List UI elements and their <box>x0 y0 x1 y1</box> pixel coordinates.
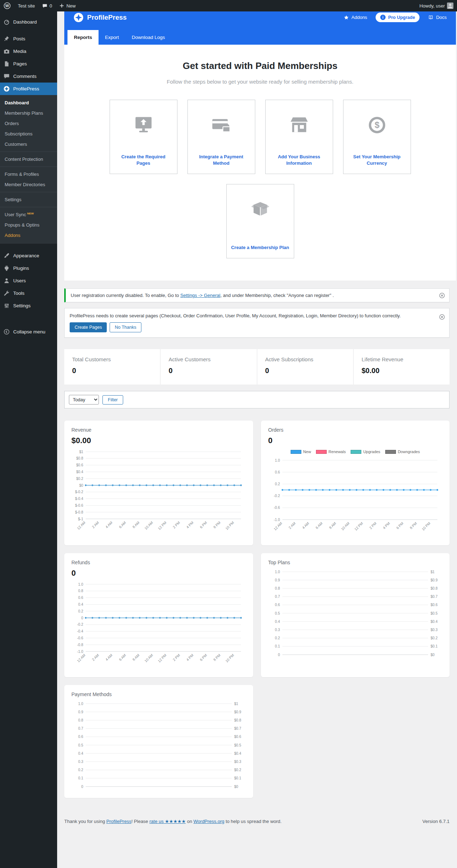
addons-link[interactable]: Addons <box>344 15 367 20</box>
svg-text:0.6: 0.6 <box>78 596 83 600</box>
onboarding-card-add-your-business-information[interactable]: Add Your Business Information <box>265 100 333 174</box>
sidebar-item-comments[interactable]: Comments <box>0 70 57 83</box>
submenu-item-forms-profiles[interactable]: Forms & Profiles <box>0 169 57 179</box>
sidebar-item-label: ProfilePress <box>13 86 39 91</box>
new-label: New <box>66 3 76 9</box>
legend-label: Upgrades <box>363 450 380 454</box>
wordpress-org-link[interactable]: WordPress.org <box>194 819 224 824</box>
filter-button[interactable]: Filter <box>102 395 123 405</box>
legend-item-new[interactable]: New <box>291 450 311 454</box>
filter-bar: Today Filter <box>64 391 450 408</box>
svg-text:0.5: 0.5 <box>78 743 83 747</box>
my-account-menu[interactable]: Howdy, user <box>416 0 457 11</box>
new-content-menu[interactable]: New <box>56 0 79 11</box>
date-range-select[interactable]: Today <box>69 395 99 405</box>
sidebar-item-collapse-menu[interactable]: Collapse menu <box>0 326 57 338</box>
stat-value: 0 <box>169 367 248 375</box>
svg-text:0.2: 0.2 <box>78 609 83 613</box>
svg-text:0.7: 0.7 <box>78 726 83 730</box>
tab-reports[interactable]: Reports <box>67 30 99 45</box>
brand-name: ProfilePress <box>87 14 127 21</box>
pro-upgrade-label: Pro Upgrade <box>388 15 415 20</box>
sidebar-item-tools[interactable]: Tools <box>0 287 57 299</box>
sidebar-item-settings[interactable]: Settings <box>0 299 57 312</box>
svg-text:4 AM: 4 AM <box>105 653 113 662</box>
svg-text:4 PM: 4 PM <box>382 521 391 530</box>
submenu-item-subscriptions[interactable]: Subscriptions <box>0 129 57 139</box>
svg-text:2 PM: 2 PM <box>172 653 181 662</box>
legend-item-upgrades[interactable]: Upgrades <box>351 450 380 454</box>
chart-legend: NewRenewalsUpgradesDowngrades <box>268 450 442 454</box>
legend-item-renewals[interactable]: Renewals <box>316 450 346 454</box>
svg-text:12 AM: 12 AM <box>273 521 283 531</box>
onboarding-card-integrate-a-payment-method[interactable]: Integrate a Payment Method <box>187 100 255 174</box>
plugin-icon <box>3 265 10 272</box>
create-pages-button[interactable]: Create Pages <box>70 322 107 332</box>
chart-canvas-revenue: $1$0.8$0.6$0.4$0.2$0$-0.2$-0.4$-0.6$-0.8… <box>71 449 246 539</box>
site-name-label: Test site <box>18 3 35 9</box>
sidebar-item-label: Pages <box>13 61 27 66</box>
sidebar-item-pages[interactable]: Pages <box>0 58 57 70</box>
sidebar-item-media[interactable]: Media <box>0 45 57 58</box>
onboarding-card-set-your-membership-currency[interactable]: $Set Your Membership Currency <box>343 100 411 174</box>
profilepress-logo-icon <box>74 13 84 23</box>
chart-canvas-top-plans: 1.00.90.80.70.60.50.40.30.20.10$1$0.9$0.… <box>268 569 442 660</box>
submenu-item-settings[interactable]: Settings <box>0 194 57 205</box>
svg-text:$0.1: $0.1 <box>234 776 241 780</box>
submenu-item-customers[interactable]: Customers <box>0 139 57 149</box>
sidebar-item-label: Collapse menu <box>13 329 45 334</box>
submenu-separator <box>0 192 57 192</box>
submenu-item-addons[interactable]: Addons <box>0 230 57 240</box>
sidebar-item-label: Posts <box>13 36 25 41</box>
page-subtitle: Follow the steps below to get your websi… <box>71 79 449 85</box>
sidebar-item-plugins[interactable]: Plugins <box>0 262 57 274</box>
legend-item-downgrades[interactable]: Downgrades <box>385 450 420 454</box>
svg-text:8 AM: 8 AM <box>132 653 140 662</box>
rate-us-link[interactable]: rate us ★★★★★ <box>149 819 186 824</box>
stat-card-active-customers: Active Customers0 <box>161 349 256 385</box>
submenu-item-user-sync[interactable]: User SyncNEW <box>0 209 57 220</box>
settings-general-link[interactable]: Settings -> General <box>180 293 220 298</box>
comments-shortcut[interactable]: 0 <box>39 0 56 11</box>
submenu-item-popups-optins[interactable]: Popups & Optins <box>0 220 57 230</box>
stat-value: 0 <box>72 367 152 375</box>
svg-text:$0.5: $0.5 <box>234 743 241 747</box>
sidebar-item-users[interactable]: Users <box>0 274 57 287</box>
wordpress-logo-icon[interactable]: W <box>0 0 14 11</box>
svg-text:0.6: 0.6 <box>78 735 83 739</box>
svg-text:0.3: 0.3 <box>78 760 83 764</box>
svg-text:$1: $1 <box>79 450 84 454</box>
dismiss-icon[interactable] <box>439 293 445 298</box>
submenu-item-content-protection[interactable]: Content Protection <box>0 154 57 164</box>
svg-text:6 PM: 6 PM <box>199 653 208 662</box>
submenu-item-orders[interactable]: Orders <box>0 118 57 129</box>
sidebar-item-dashboard[interactable]: Dashboard <box>0 16 57 28</box>
chart-canvas-orders: 1.00.60.2-0.2-0.6-1.012 AM2 AM4 AM6 AM8 … <box>268 457 442 540</box>
profilepress-link[interactable]: ProfilePress <box>106 819 131 824</box>
no-thanks-button[interactable]: No Thanks <box>110 322 141 332</box>
svg-text:$0.7: $0.7 <box>234 726 241 730</box>
svg-text:10 PM: 10 PM <box>225 653 235 663</box>
chart-title: Orders <box>268 427 442 433</box>
tab-download-logs[interactable]: Download Logs <box>125 30 171 45</box>
submenu-item-member-directories[interactable]: Member Directories <box>0 179 57 190</box>
svg-text:0.5: 0.5 <box>275 611 280 615</box>
dismiss-icon[interactable] <box>439 314 445 320</box>
pro-upgrade-button[interactable]: Pro Upgrade <box>376 13 420 22</box>
submenu-item-dashboard[interactable]: Dashboard <box>0 98 57 108</box>
svg-text:10 PM: 10 PM <box>225 521 235 531</box>
new-badge: NEW <box>27 212 34 215</box>
onboarding-card-create-a-membership-plan[interactable]: Create a Membership Plan <box>226 184 294 258</box>
sidebar-item-profilepress[interactable]: ProfilePress <box>0 83 57 95</box>
stat-label: Active Subscriptions <box>265 356 345 362</box>
chart-title: Payment Methods <box>71 691 246 697</box>
docs-link[interactable]: Docs <box>428 15 447 20</box>
submenu-item-membership-plans[interactable]: Membership Plans <box>0 108 57 118</box>
site-name-menu[interactable]: Test site <box>14 0 39 11</box>
sidebar-item-posts[interactable]: Posts <box>0 33 57 45</box>
svg-text:-0.6: -0.6 <box>274 506 280 510</box>
sidebar-item-appearance[interactable]: Appearance <box>0 249 57 262</box>
tab-export[interactable]: Export <box>99 30 125 45</box>
onboarding-card-create-the-required-pages[interactable]: Create the Required Pages <box>110 100 177 174</box>
legend-label: Downgrades <box>398 450 420 454</box>
